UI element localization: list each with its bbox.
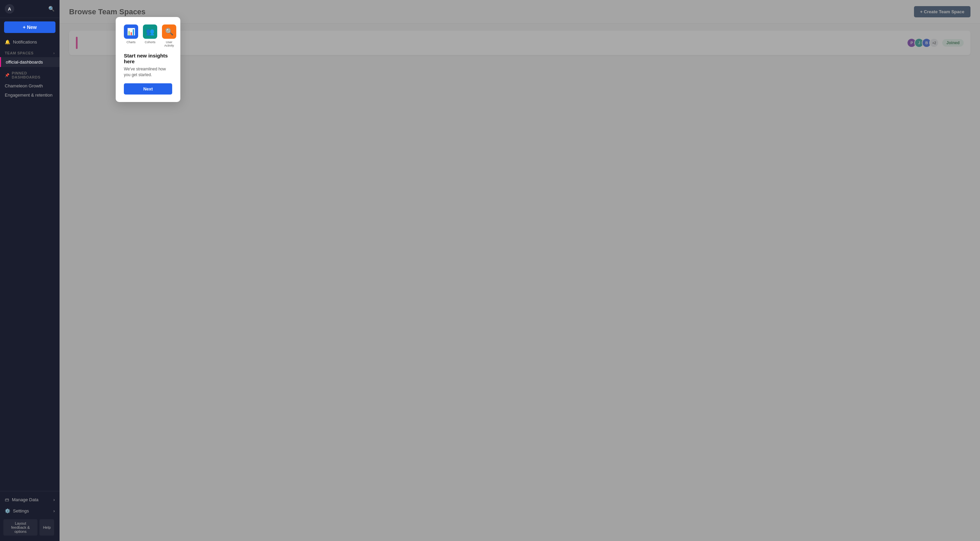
team-spaces-chevron[interactable]: › <box>53 51 55 55</box>
charts-icon: 📊 <box>127 27 135 36</box>
sidebar-pinned-chameleon-growth[interactable]: Chameleon Growth <box>0 81 60 90</box>
bell-icon: 🔔 <box>5 40 10 44</box>
modal-overlay[interactable] <box>60 0 980 541</box>
popup-desc: We've streamlined how you get started. <box>124 66 172 78</box>
user-activity-icon: 🔍 <box>165 27 173 36</box>
sidebar-item-official-dashboards[interactable]: official-dashboards <box>0 57 60 67</box>
charts-label: Charts <box>127 40 136 44</box>
sidebar-bottom: 🗃 Manage Data › ⚙️ Settings › Layout fee… <box>0 491 60 541</box>
app-logo[interactable]: A <box>5 4 14 14</box>
cohorts-icon-box: 👥 <box>143 24 157 39</box>
user-activity-icon-group: 🔍 User Activity <box>162 24 176 47</box>
new-button[interactable]: + New <box>4 21 56 33</box>
onboarding-popup: 📊 Charts 👥 Cohorts 🔍 User Activity <box>116 17 180 102</box>
user-activity-label: User Activity <box>162 40 176 47</box>
sidebar-pinned-engagement-retention[interactable]: Engagement & retention <box>0 90 60 100</box>
main-content: Browse Team Spaces + Create Team Space P… <box>60 0 980 541</box>
cohorts-icon: 👥 <box>146 27 154 36</box>
cohorts-icon-group: 👥 Cohorts <box>143 24 157 44</box>
help-button[interactable]: Help <box>40 519 54 536</box>
pin-icon: 📌 <box>5 73 10 78</box>
charts-icon-box: 📊 <box>124 24 138 39</box>
pinned-dashboards-header: 📌 PINNED DASHBOARDS <box>0 67 60 81</box>
layout-feedback-button[interactable]: Layout feedback & options <box>3 519 37 536</box>
user-activity-icon-box: 🔍 <box>162 24 176 39</box>
team-spaces-section-header: TEAM SPACES › <box>0 48 60 57</box>
manage-data-chevron: › <box>53 497 55 502</box>
main-inner: Browse Team Spaces + Create Team Space P… <box>60 0 980 541</box>
manage-data-icon: 🗃 <box>5 497 9 502</box>
settings-icon: ⚙️ <box>5 508 10 514</box>
charts-icon-group: 📊 Charts <box>124 24 138 44</box>
search-icon[interactable]: 🔍 <box>48 6 55 12</box>
next-button[interactable]: Next <box>124 83 172 95</box>
settings-nav-item[interactable]: ⚙️ Settings › <box>0 505 60 517</box>
sidebar-footer: Layout feedback & options Help <box>0 517 60 538</box>
manage-data-nav-item[interactable]: 🗃 Manage Data › <box>0 494 60 505</box>
popup-icons-row: 📊 Charts 👥 Cohorts 🔍 User Activity <box>124 24 172 47</box>
notifications-nav-item[interactable]: 🔔 Notifications <box>0 36 60 48</box>
cohorts-label: Cohorts <box>145 40 156 44</box>
sidebar-top: A 🔍 <box>0 0 60 18</box>
popup-title: Start new insights here <box>124 53 172 64</box>
sidebar: A 🔍 + New 🔔 Notifications TEAM SPACES › … <box>0 0 60 541</box>
settings-chevron: › <box>53 508 55 514</box>
